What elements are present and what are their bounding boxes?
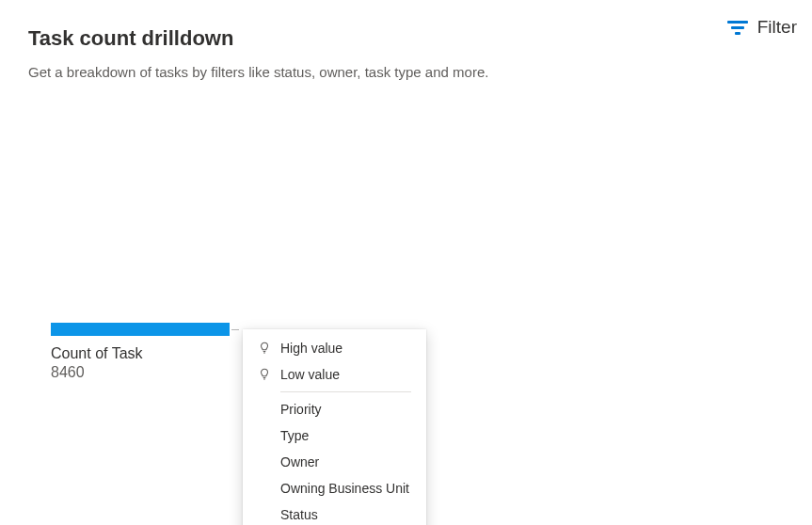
- dropdown-item-label: Status: [280, 507, 318, 522]
- dropdown-item-low-value[interactable]: Low value: [243, 361, 426, 388]
- lightbulb-icon: [258, 342, 271, 355]
- dropdown-item-label: Owner: [280, 454, 319, 469]
- dropdown-item-label: Priority: [280, 402, 322, 417]
- dropdown-item-high-value[interactable]: High value: [243, 335, 426, 361]
- dropdown-item-label: Type: [280, 428, 309, 443]
- chart-bar[interactable]: [51, 323, 230, 336]
- dropdown-item-type[interactable]: Type: [243, 422, 426, 449]
- dropdown-item-owner[interactable]: Owner: [243, 449, 426, 475]
- dropdown-separator: [280, 391, 411, 392]
- dropdown-item-priority[interactable]: Priority: [243, 396, 426, 422]
- chart-metric-label: Count of Task: [51, 345, 230, 362]
- page-subtitle: Get a breakdown of tasks by filters like…: [28, 64, 488, 80]
- filter-button[interactable]: Filter: [720, 13, 804, 41]
- drilldown-dropdown[interactable]: High value Low value Priority Type Owner…: [243, 329, 426, 525]
- chart-metric-value: 8460: [51, 364, 230, 381]
- dropdown-item-label: Low value: [280, 367, 340, 382]
- lightbulb-icon: [258, 368, 271, 381]
- filter-label: Filter: [757, 17, 797, 38]
- chart-block[interactable]: Count of Task 8460: [51, 323, 230, 381]
- dropdown-item-status[interactable]: Status: [243, 501, 426, 525]
- dropdown-item-label: Owning Business Unit: [280, 481, 409, 496]
- chart-area: Count of Task 8460: [51, 323, 230, 381]
- page-title: Task count drilldown: [28, 26, 488, 51]
- title-area: Task count drilldown Get a breakdown of …: [28, 13, 488, 80]
- dropdown-item-owning-business-unit[interactable]: Owning Business Unit: [243, 475, 426, 501]
- dropdown-item-label: High value: [280, 341, 342, 356]
- filter-icon: [727, 21, 748, 35]
